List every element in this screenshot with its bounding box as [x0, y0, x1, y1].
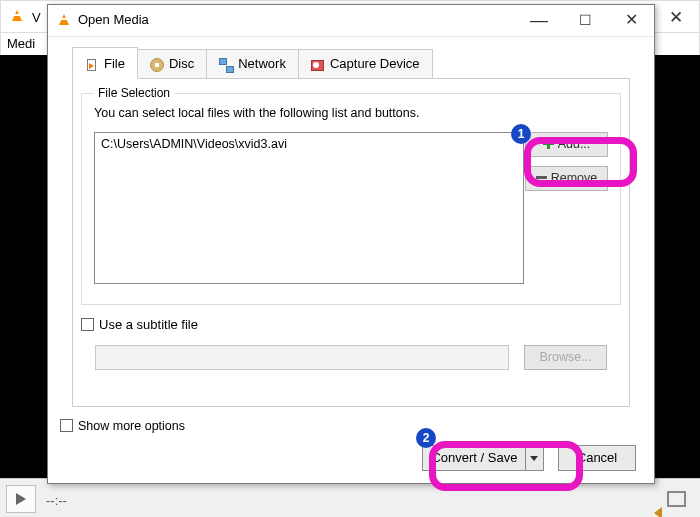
disc-icon [150, 58, 164, 72]
file-icon [85, 58, 99, 72]
browse-button: Browse... [524, 345, 607, 370]
convert-save-split-button[interactable]: Convert / Save [422, 445, 544, 471]
plus-icon [543, 138, 554, 149]
subtitle-checkbox-label: Use a subtitle file [99, 317, 198, 332]
more-options-label: Show more options [78, 419, 185, 433]
dialog-maximize-button[interactable]: ☐ [562, 5, 608, 35]
tab-label: File [104, 56, 125, 71]
tab-disc[interactable]: Disc [137, 49, 207, 79]
vlc-cone-icon [56, 12, 72, 28]
file-selection-label: File Selection [94, 86, 174, 100]
dialog-close-button[interactable]: ✕ [608, 5, 654, 35]
add-button-label: Add... [558, 137, 591, 151]
convert-save-button[interactable]: Convert / Save [422, 445, 526, 471]
dialog-minimize-button[interactable]: — [516, 5, 562, 35]
file-selection-frame: File Selection You can select local file… [81, 93, 621, 305]
subtitle-checkbox[interactable] [81, 318, 94, 331]
dialog-title: Open Media [78, 12, 149, 27]
dialog-footer: Convert / Save Cancel [422, 445, 636, 471]
main-window-close-button[interactable]: ✕ [653, 1, 699, 34]
file-list-item[interactable]: C:\Users\ADMIN\Videos\xvid3.avi [101, 137, 517, 151]
capture-device-icon [311, 58, 325, 72]
tab-label: Network [238, 56, 286, 71]
tab-label: Disc [169, 56, 194, 71]
play-button[interactable] [6, 485, 36, 513]
dialog-titlebar: Open Media — ☐ ✕ [48, 5, 654, 37]
subtitle-row: Use a subtitle file Browse... [81, 317, 621, 387]
tab-panel-file: File Selection You can select local file… [72, 78, 630, 407]
tab-capture-device[interactable]: Capture Device [298, 49, 433, 79]
tab-network[interactable]: Network [206, 49, 299, 79]
menu-media[interactable]: Medi [7, 36, 35, 51]
add-button[interactable]: Add... [525, 132, 608, 157]
remove-button-label: Remove [551, 171, 598, 185]
minus-icon [536, 172, 547, 183]
file-selection-hint: You can select local files with the foll… [94, 106, 419, 120]
tab-file[interactable]: File [72, 47, 138, 79]
subtitle-path-input [95, 345, 509, 370]
remove-button[interactable]: Remove [525, 166, 608, 191]
convert-save-dropdown[interactable] [526, 445, 544, 471]
more-options-row[interactable]: Show more options [60, 419, 185, 433]
open-media-dialog: Open Media — ☐ ✕ File Disc Network Captu… [47, 4, 655, 484]
more-options-checkbox[interactable] [60, 419, 73, 432]
vlc-cone-icon [9, 8, 25, 24]
tab-label: Capture Device [330, 56, 420, 71]
fullscreen-icon[interactable] [667, 491, 686, 507]
cancel-button[interactable]: Cancel [558, 445, 636, 471]
main-window-title: V [32, 10, 41, 25]
network-icon [219, 58, 233, 72]
dialog-tabs: File Disc Network Capture Device [72, 49, 432, 79]
time-elapsed: --:-- [46, 493, 67, 508]
file-list[interactable]: C:\Users\ADMIN\Videos\xvid3.avi [94, 132, 524, 284]
